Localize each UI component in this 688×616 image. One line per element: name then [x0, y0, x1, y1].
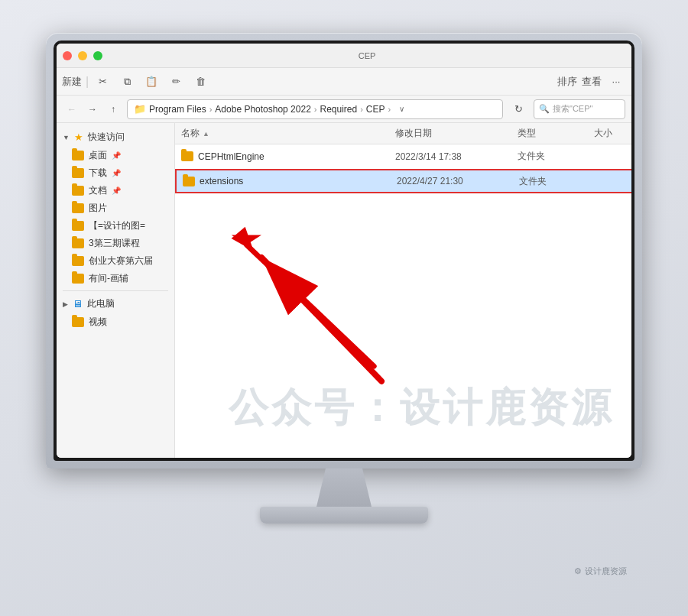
- monitor-neck: [313, 468, 375, 507]
- delete-button[interactable]: 🗑: [190, 72, 211, 92]
- file-name-cell: CEPHtmlEngine: [181, 151, 395, 162]
- file-type-cell: 文件夹: [519, 175, 596, 188]
- folder-icon: [181, 151, 193, 161]
- sidebar-item-pictures[interactable]: 图片: [57, 199, 174, 217]
- path-chevron[interactable]: ∨: [394, 102, 409, 117]
- sidebar-item-course[interactable]: 3第三期课程: [57, 235, 174, 252]
- rename-button[interactable]: ✏: [165, 72, 187, 92]
- path-part-3: Required: [320, 104, 357, 115]
- sep-1: ›: [209, 105, 213, 114]
- chevron-right-icon: ▶: [63, 300, 68, 308]
- refresh-button[interactable]: ↻: [508, 99, 529, 119]
- sidebar-label: 【=设计的图=: [89, 219, 145, 232]
- folder-icon: [72, 274, 84, 284]
- chevron-down-icon: ▼: [63, 134, 70, 141]
- nav-buttons: ← → ↑: [63, 100, 122, 118]
- more-button[interactable]: ···: [605, 72, 627, 92]
- monitor-body: CEP 新建 | ✂ ⧉ 📋 ✏ 🗑 排序 查看 ···: [46, 33, 642, 468]
- path-part-1: Program Files: [149, 104, 206, 115]
- titlebar: CEP: [57, 44, 631, 68]
- file-name-text: extensions: [200, 176, 243, 186]
- file-row-extensions[interactable]: extensions 2022/4/27 21:30 文件夹: [175, 169, 631, 193]
- maximize-button[interactable]: [93, 51, 102, 60]
- folder-icon: 📁: [134, 103, 146, 115]
- sep-4: ›: [388, 105, 391, 114]
- sidebar-item-downloads[interactable]: 下载 📌: [57, 164, 174, 182]
- sidebar-label: 下载: [89, 167, 107, 180]
- quick-access-header[interactable]: ▼ ★ 快速访问: [57, 128, 174, 147]
- badge-icon: ⚙: [574, 566, 582, 576]
- folder-icon: [72, 317, 84, 327]
- forward-button[interactable]: →: [83, 100, 102, 118]
- sidebar: ▼ ★ 快速访问 桌面 📌 下载 📌: [57, 123, 175, 458]
- folder-icon: [72, 238, 84, 248]
- copy-button[interactable]: ⧉: [116, 72, 138, 92]
- minimize-button[interactable]: [78, 51, 87, 60]
- badge-text: 设计鹿资源: [585, 566, 627, 577]
- this-pc-label: 此电脑: [87, 297, 115, 310]
- screen-bezel: CEP 新建 | ✂ ⧉ 📋 ✏ 🗑 排序 查看 ···: [54, 41, 634, 461]
- star-icon: ★: [74, 131, 83, 143]
- folder-icon: [183, 177, 195, 186]
- search-icon: 🔍: [539, 104, 550, 114]
- view-button[interactable]: 查看: [581, 72, 602, 92]
- folder-icon: [72, 151, 84, 160]
- monitor: CEP 新建 | ✂ ⧉ 📋 ✏ 🗑 排序 查看 ···: [46, 33, 642, 583]
- sidebar-item-youjian[interactable]: 有间-画辅: [57, 270, 174, 287]
- file-date-cell: 2022/3/14 17:38: [395, 151, 518, 162]
- file-row-cephtmlengine[interactable]: CEPHtmlEngine 2022/3/14 17:38 文件夹: [175, 144, 631, 169]
- sep-2: ›: [314, 105, 317, 114]
- new-button[interactable]: 新建: [61, 72, 83, 92]
- sidebar-label: 3第三期课程: [89, 237, 140, 250]
- back-button[interactable]: ←: [63, 100, 81, 118]
- col-name-header[interactable]: 名称 ▲: [181, 127, 395, 140]
- sidebar-label: 桌面: [89, 149, 107, 162]
- main-content: ▼ ★ 快速访问 桌面 📌 下载 📌: [57, 123, 631, 458]
- folder-icon: [72, 186, 84, 196]
- close-button[interactable]: [63, 51, 72, 60]
- sidebar-item-documents[interactable]: 文档 📌: [57, 182, 174, 199]
- col-size-header[interactable]: 大小: [594, 127, 631, 140]
- addressbar: ← → ↑ 📁 Program Files › Adobe Photoshop …: [57, 96, 631, 123]
- col-type-header[interactable]: 类型: [518, 127, 594, 140]
- window-title: CEP: [109, 51, 625, 60]
- sidebar-label: 视频: [89, 316, 107, 329]
- sep-3: ›: [360, 105, 363, 114]
- pc-icon: 🖥: [73, 298, 83, 310]
- sidebar-label: 文档: [89, 184, 107, 197]
- quick-access-label: 快速访问: [88, 131, 125, 144]
- paste-button[interactable]: 📋: [141, 72, 162, 92]
- file-list: CEPHtmlEngine 2022/3/14 17:38 文件夹 extens…: [175, 144, 631, 458]
- sidebar-label: 创业大赛第六届: [89, 255, 153, 267]
- pin-icon: 📌: [112, 169, 121, 177]
- file-date-cell: 2022/4/27 21:30: [397, 176, 519, 186]
- folder-icon: [72, 203, 84, 213]
- bottom-badge: ⚙ 设计鹿资源: [574, 566, 627, 577]
- toolbar: 新建 | ✂ ⧉ 📋 ✏ 🗑 排序 查看 ···: [57, 68, 631, 96]
- cut-button[interactable]: ✂: [92, 72, 113, 92]
- file-name-cell: extensions: [183, 176, 397, 186]
- folder-icon: [72, 256, 84, 266]
- file-type-cell: 文件夹: [518, 150, 594, 163]
- monitor-base: [260, 507, 428, 524]
- search-placeholder: 搜索"CEP": [553, 103, 592, 115]
- pin-icon: 📌: [112, 186, 121, 195]
- sort-button[interactable]: 排序: [557, 72, 578, 92]
- divider: [63, 290, 168, 291]
- sidebar-item-video[interactable]: 视频: [57, 313, 174, 331]
- sidebar-item-startup[interactable]: 创业大赛第六届: [57, 252, 174, 270]
- screen: CEP 新建 | ✂ ⧉ 📋 ✏ 🗑 排序 查看 ···: [57, 44, 631, 458]
- file-area: 名称 ▲ 修改日期 类型 大小 CE: [175, 123, 631, 458]
- sort-arrow: ▲: [203, 130, 209, 138]
- up-button[interactable]: ↑: [104, 100, 122, 118]
- address-path[interactable]: 📁 Program Files › Adobe Photoshop 2022 ›…: [127, 99, 503, 119]
- sidebar-label: 图片: [89, 202, 107, 215]
- this-pc-header[interactable]: ▶ 🖥 此电脑: [57, 294, 174, 313]
- folder-icon: [72, 221, 84, 231]
- search-box[interactable]: 🔍 搜索"CEP": [534, 99, 625, 119]
- path-part-2: Adobe Photoshop 2022: [215, 104, 310, 115]
- sidebar-item-design[interactable]: 【=设计的图=: [57, 217, 174, 235]
- sidebar-item-desktop[interactable]: 桌面 📌: [57, 147, 174, 164]
- col-date-header[interactable]: 修改日期: [395, 127, 518, 140]
- pin-icon: 📌: [112, 151, 121, 160]
